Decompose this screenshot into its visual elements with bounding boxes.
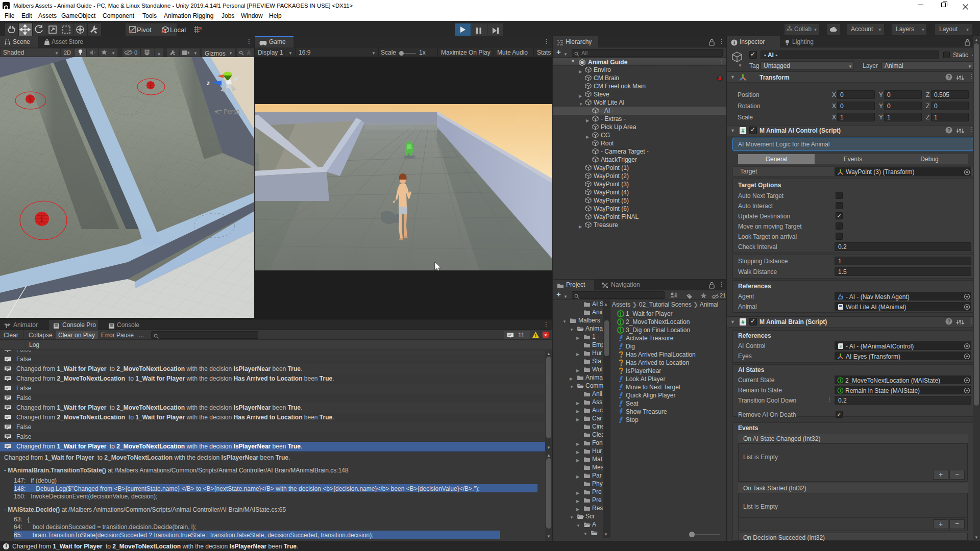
- svg-text:z: z: [207, 80, 210, 87]
- svg-text:Persp: Persp: [224, 108, 240, 115]
- svg-text:x: x: [545, 333, 547, 337]
- svg-text:#: #: [741, 128, 744, 134]
- svg-text:#: #: [741, 319, 744, 325]
- svg-text:#: #: [840, 344, 842, 349]
- svg-text:?: ?: [947, 319, 950, 324]
- svg-text:?: ?: [947, 128, 950, 133]
- svg-text:?: ?: [947, 74, 950, 80]
